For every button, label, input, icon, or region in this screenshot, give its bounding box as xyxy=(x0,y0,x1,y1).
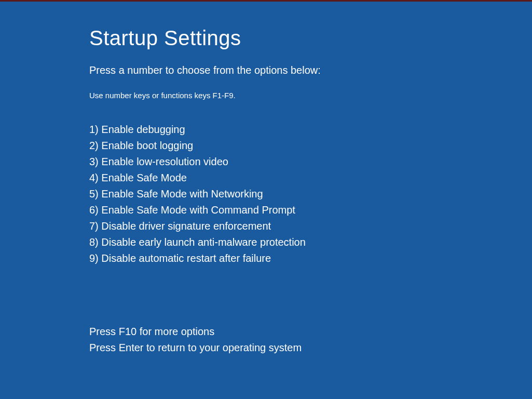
page-title: Startup Settings xyxy=(89,26,532,50)
option-item[interactable]: 3) Enable low-resolution video xyxy=(89,154,532,170)
option-item[interactable]: 1) Enable debugging xyxy=(89,122,532,138)
options-list: 1) Enable debugging 2) Enable boot loggi… xyxy=(89,122,532,267)
option-item[interactable]: 5) Enable Safe Mode with Networking xyxy=(89,186,532,202)
hint-text: Use number keys or functions keys F1-F9. xyxy=(89,91,532,100)
option-item[interactable]: 2) Enable boot logging xyxy=(89,138,532,154)
instruction-text: Press a number to choose from the option… xyxy=(89,64,532,76)
option-item[interactable]: 4) Enable Safe Mode xyxy=(89,170,532,186)
option-item[interactable]: 8) Disable early launch anti-malware pro… xyxy=(89,234,532,250)
option-item[interactable]: 7) Disable driver signature enforcement xyxy=(89,218,532,234)
return-text: Press Enter to return to your operating … xyxy=(89,340,532,356)
startup-settings-screen: Startup Settings Press a number to choos… xyxy=(0,2,532,356)
more-options-text: Press F10 for more options xyxy=(89,324,532,340)
option-item[interactable]: 9) Disable automatic restart after failu… xyxy=(89,250,532,267)
option-item[interactable]: 6) Enable Safe Mode with Command Prompt xyxy=(89,202,532,218)
